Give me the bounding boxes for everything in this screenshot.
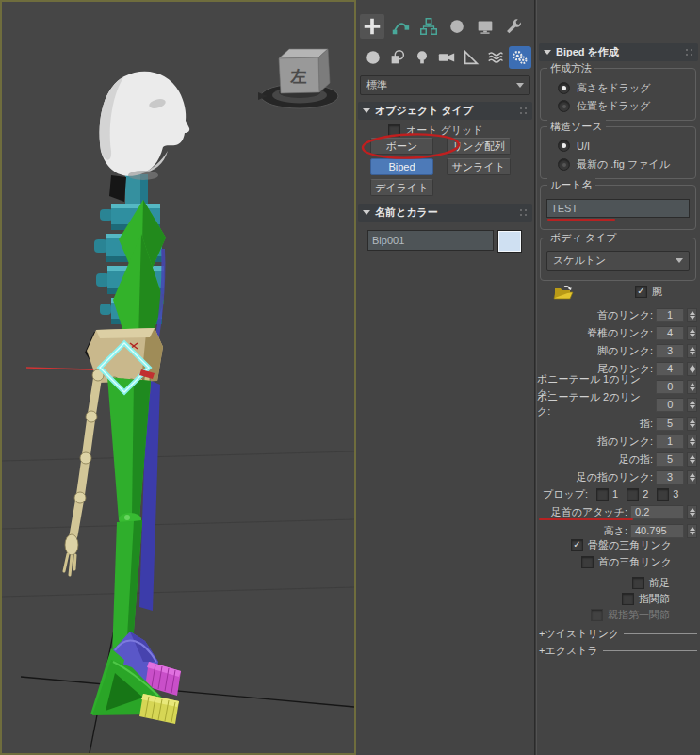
biped-button-label: Biped <box>388 161 415 172</box>
tab-modify[interactable] <box>388 14 413 39</box>
height-value[interactable]: 40.795 <box>630 524 684 538</box>
ponytail2-links-label: ポニーテール 2のリンク: <box>537 390 653 419</box>
create-biped-title: Biped を作成 <box>556 45 619 59</box>
triangle-pelvis-checkbox[interactable] <box>571 539 583 551</box>
open-figure-file-icon[interactable] <box>552 283 575 302</box>
tab-motion[interactable] <box>445 14 469 39</box>
spine-links-value[interactable]: 4 <box>656 326 684 340</box>
spinner-arrows[interactable] <box>687 380 697 394</box>
category-geometry[interactable] <box>362 46 384 69</box>
neck-links-value[interactable]: 1 <box>656 308 684 322</box>
root-name-input[interactable] <box>546 199 690 218</box>
radio-icon[interactable] <box>558 158 570 171</box>
ankle-attach-row: 足首のアタッチ: 0.2 <box>537 504 697 519</box>
plus-icon <box>362 16 383 37</box>
root-name-title: ルート名 <box>547 178 595 192</box>
ui-source-option[interactable]: U/I <box>558 140 590 152</box>
category-shapes[interactable] <box>386 46 409 69</box>
biped-arm-chain <box>64 369 104 575</box>
prop1-group: 1 <box>596 488 618 501</box>
props-row: プロップ: 1 2 3 <box>543 487 697 501</box>
rollout-name-color[interactable]: 名前とカラー <box>358 204 532 222</box>
object-color-swatch[interactable] <box>497 230 522 253</box>
forefeet-label: 前足 <box>649 576 670 590</box>
category-cameras[interactable] <box>435 46 458 69</box>
category-helpers[interactable] <box>460 46 482 69</box>
rollout-object-type[interactable]: オブジェクト タイプ <box>358 102 532 120</box>
triangle-pelvis-label: 骨盤の三角リンク <box>588 538 672 552</box>
tab-display[interactable] <box>473 14 497 39</box>
tab-create[interactable] <box>360 14 384 39</box>
category-lights[interactable] <box>411 46 433 69</box>
leg-links-value[interactable]: 3 <box>656 344 684 358</box>
spinner-arrows[interactable] <box>687 326 697 340</box>
finger-links-value[interactable]: 1 <box>656 435 684 449</box>
prop2-group: 2 <box>627 488 648 501</box>
fingers-row: 指: 5 <box>537 416 697 431</box>
autogrid-label: オート グリッド <box>406 123 483 138</box>
ring-array-button[interactable]: リング配列 <box>447 138 511 155</box>
toe-links-value[interactable]: 3 <box>656 470 684 484</box>
fig-file-option[interactable]: 最新の .fig ファイル <box>558 157 670 172</box>
drag-position-option[interactable]: 位置をドラッグ <box>558 99 650 113</box>
grip-icon <box>519 208 528 217</box>
rollout-name-color-title: 名前とカラー <box>375 205 438 220</box>
spinner-arrows[interactable] <box>687 417 697 431</box>
spinner-arrows[interactable] <box>687 398 697 412</box>
toes-row: 足の指: 5 <box>537 451 697 467</box>
tab-utilities[interactable] <box>501 14 526 39</box>
biped-skeleton[interactable] <box>64 72 189 724</box>
triangle-pelvis-row: 骨盤の三角リンク <box>571 539 672 551</box>
camera-icon <box>437 48 456 67</box>
daylight-button[interactable]: デイライト <box>370 179 433 196</box>
body-type-group: ボディ タイプ スケルトン <box>540 238 696 281</box>
sunlight-button[interactable]: サンライト <box>447 158 511 175</box>
rollout-arrow-icon <box>363 108 370 113</box>
set-square-icon <box>462 48 480 67</box>
drag-height-option[interactable]: 高さをドラッグ <box>558 81 651 95</box>
biped-button[interactable]: Biped <box>370 158 433 175</box>
twist-links-expander[interactable]: +ツイストリンク <box>539 627 697 641</box>
spinner-arrows[interactable] <box>687 524 697 538</box>
viewcube[interactable]: 左 <box>258 49 338 108</box>
viewcube-face-label[interactable]: 左 <box>290 68 307 86</box>
spinner-arrows[interactable] <box>687 452 697 467</box>
spinner-arrows[interactable] <box>687 435 697 449</box>
viewport-left-view[interactable]: 左 <box>0 0 356 755</box>
triangle-neck-checkbox[interactable] <box>581 556 594 568</box>
object-name-input[interactable] <box>367 230 494 251</box>
spinner-arrows[interactable] <box>687 362 697 376</box>
fingers-value[interactable]: 5 <box>656 417 684 431</box>
spinner-arrows[interactable] <box>687 505 697 519</box>
category-space-warps[interactable] <box>484 46 507 69</box>
prop1-checkbox[interactable] <box>596 488 609 501</box>
short-thumb-checkbox <box>591 609 603 621</box>
ankle-attach-value[interactable]: 0.2 <box>630 505 684 519</box>
tail-links-value[interactable]: 4 <box>656 362 684 376</box>
prop2-checkbox[interactable] <box>627 488 639 501</box>
forefeet-checkbox[interactable] <box>632 577 644 589</box>
prop3-checkbox[interactable] <box>657 488 669 501</box>
radio-selected-icon[interactable] <box>558 82 570 94</box>
arms-checkbox[interactable] <box>635 286 647 298</box>
waves-icon <box>486 48 505 67</box>
extra-expander[interactable]: +エクストラ <box>539 644 697 658</box>
radio-selected-icon[interactable] <box>558 140 570 152</box>
category-systems[interactable] <box>509 46 531 69</box>
rollout-create-biped[interactable]: Biped を作成 <box>539 43 698 61</box>
tab-hierarchy[interactable] <box>416 14 441 39</box>
expander-line <box>624 633 697 634</box>
toes-value[interactable]: 5 <box>656 452 684 467</box>
knuckles-checkbox[interactable] <box>622 593 634 605</box>
body-type-dropdown[interactable]: スケルトン <box>546 251 690 271</box>
object-class-dropdown[interactable]: 標準 <box>360 75 530 95</box>
bone-button[interactable]: ボーン <box>370 138 433 155</box>
structure-source-group: 構造ソース U/I 最新の .fig ファイル <box>540 126 696 179</box>
spinner-arrows[interactable] <box>687 344 697 358</box>
radio-icon[interactable] <box>558 100 570 112</box>
ponytail2-links-value[interactable]: 0 <box>656 398 684 412</box>
spinner-arrows[interactable] <box>687 470 697 484</box>
ponytail1-links-value[interactable]: 0 <box>656 380 684 394</box>
spinner-arrows[interactable] <box>687 308 697 322</box>
autogrid-checkbox[interactable] <box>388 124 400 137</box>
